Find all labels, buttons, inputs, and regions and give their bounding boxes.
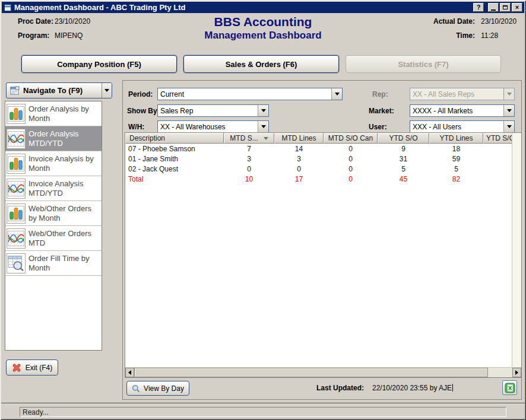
last-updated-value[interactable]: 22/10/2020 23:55 by AJE	[372, 384, 453, 392]
cell-total-value: 0	[324, 175, 378, 183]
chevron-down-icon	[507, 109, 512, 114]
dropdown-arrow-icon[interactable]	[258, 121, 268, 132]
column-header-mtd-lines[interactable]: MTD Lines	[274, 133, 324, 144]
column-header-mtd-so[interactable]: MTD S...	[224, 133, 274, 144]
market-value: XXXX - All Markets	[410, 107, 503, 115]
dropdown-arrow-icon[interactable]	[331, 88, 342, 100]
arrow-right-icon	[515, 370, 521, 375]
show-by-select[interactable]: Sales Rep	[157, 104, 269, 117]
column-header-ytd-so-2[interactable]: YTD S/O	[483, 133, 512, 144]
sidebar-item-label: Web/Other Orders MTD	[28, 229, 102, 247]
cell-description: 01 - Jane Smith	[125, 155, 224, 163]
search-grid-icon	[7, 253, 26, 273]
column-header-ytd-so[interactable]: YTD S/O	[378, 133, 429, 144]
sidebar-item-web-other-orders-mtd[interactable]: Web/Other Orders MTD	[5, 226, 102, 251]
period-label: Period:	[128, 90, 153, 98]
dropdown-arrow-icon[interactable]	[503, 121, 514, 132]
sidebar-item-invoice-analysis-mtd-ytd[interactable]: Invoice Analysis MTD/YTD	[5, 176, 102, 201]
minimize-button[interactable]	[488, 3, 499, 12]
app-window: Management Dashboard - ABC Trading Pty L…	[0, 0, 526, 420]
cell-value: 3	[224, 155, 274, 163]
vertical-scrollbar[interactable]	[512, 133, 521, 368]
user-label: User:	[369, 123, 387, 131]
line-chart-icon	[7, 129, 26, 149]
chevron-down-icon	[507, 125, 512, 131]
cell-value: 14	[274, 145, 324, 153]
red-x-icon	[12, 363, 21, 373]
sidebar-item-order-analysis-by-month[interactable]: Order Analysis by Month	[5, 101, 102, 126]
dropdown-arrow-icon[interactable]	[258, 105, 268, 116]
table-body: 07 - Phoebe Samson 7 14 0 9 18 3 01 - Ja…	[125, 144, 512, 368]
actual-date-value: 23/10/2020	[481, 17, 520, 26]
show-by-value: Sales Rep	[158, 107, 258, 115]
line-chart-icon	[7, 179, 26, 199]
tab-statistics: Statistics (F7)	[346, 55, 501, 73]
tab-bar: Company Position (F5) Sales & Orders (F6…	[21, 55, 501, 73]
actual-date-label: Actual Date:	[433, 17, 475, 26]
navigate-dropdown-arrow[interactable]	[102, 83, 112, 98]
cell-value: 0	[324, 145, 378, 153]
rep-label: Rep:	[372, 90, 388, 98]
sidebar-item-order-fill-time-by-month[interactable]: Order Fill Time by Month	[5, 251, 102, 276]
column-header-description[interactable]: Description	[125, 133, 224, 144]
cell-total-value: 26	[483, 175, 512, 183]
sidebar-item-label: Invoice Analysis MTD/YTD	[28, 179, 102, 198]
tab-company-position[interactable]: Company Position (F5)	[21, 55, 177, 73]
table-row[interactable]: 01 - Jane Smith 3 3 0 31 59 20	[125, 154, 512, 164]
horizontal-scrollbar[interactable]	[125, 367, 521, 377]
bar-chart-icon	[7, 154, 26, 174]
close-button[interactable]: ×	[512, 3, 522, 12]
exit-button-label: Exit (F4)	[26, 364, 52, 372]
dropdown-arrow-icon[interactable]	[503, 105, 514, 116]
market-select[interactable]: XXXX - All Markets	[410, 104, 515, 117]
scroll-left-button[interactable]	[125, 368, 134, 377]
cell-value: 0	[224, 165, 274, 173]
table-row[interactable]: 02 - Jack Quest 0 0 0 5 5 3	[125, 164, 512, 174]
cell-value: 7	[224, 145, 274, 153]
dropdown-arrow-icon	[503, 88, 514, 100]
cell-value: 59	[429, 155, 483, 163]
maximize-icon	[503, 5, 508, 9]
app-icon	[4, 4, 12, 12]
window-titlebar[interactable]: Management Dashboard - ABC Trading Pty L…	[2, 2, 524, 13]
help-button[interactable]: ?	[473, 3, 484, 12]
exit-button[interactable]: Exit (F4)	[6, 359, 58, 376]
tab-sales-orders[interactable]: Sales & Orders (F6)	[183, 55, 339, 73]
scrollbar-thumb[interactable]	[134, 368, 488, 377]
cell-description: 07 - Phoebe Samson	[125, 145, 224, 153]
market-label: Market:	[369, 107, 394, 115]
user-select[interactable]: XXX - All Users	[410, 120, 515, 133]
sidebar-item-invoice-analysis-by-month[interactable]: Invoice Analysis by Month	[5, 151, 102, 176]
cell-value: 18	[429, 145, 483, 153]
excel-icon	[505, 383, 515, 393]
rep-select: XX - All Sales Reps	[410, 88, 515, 100]
column-header-ytd-lines[interactable]: YTD Lines	[429, 133, 483, 144]
maximize-button[interactable]	[500, 3, 511, 12]
bar-chart-icon	[7, 104, 26, 124]
sidebar-item-label: Web/Other Orders by Month	[28, 204, 102, 222]
minimize-icon	[491, 9, 496, 11]
rep-value: XX - All Sales Reps	[410, 90, 503, 98]
status-bar: Ready...	[20, 407, 506, 417]
cell-value: 0	[274, 165, 324, 173]
sidebar-item-label: Order Analysis MTD/YTD	[28, 129, 102, 148]
export-excel-button[interactable]	[502, 380, 517, 395]
sidebar-item-order-analysis-mtd-ytd[interactable]: Order Analysis MTD/YTD	[5, 126, 102, 151]
time-value: 11:28	[481, 31, 520, 40]
sort-desc-icon	[264, 137, 268, 142]
scroll-right-button[interactable]	[512, 368, 521, 377]
text-cursor	[452, 384, 453, 392]
last-updated-label: Last Updated:	[316, 384, 364, 392]
navigate-to-button[interactable]: Navigate To (F9)	[6, 82, 112, 98]
main-panel: Period: Current Rep: XX - All Sales Reps…	[122, 80, 522, 400]
chevron-down-icon	[507, 93, 512, 98]
period-select[interactable]: Current	[157, 88, 343, 100]
warehouse-select[interactable]: XX - All Warehouses	[157, 120, 269, 133]
view-by-day-button[interactable]: View By Day	[126, 381, 189, 396]
cell-value: 3	[274, 155, 324, 163]
cell-value: 0	[324, 165, 378, 173]
sidebar-item-web-other-orders-by-month[interactable]: Web/Other Orders by Month	[5, 201, 102, 226]
show-by-label: Show By:	[127, 107, 160, 115]
column-header-mtd-so-can[interactable]: MTD S/O Can	[324, 133, 378, 144]
table-row[interactable]: 07 - Phoebe Samson 7 14 0 9 18 3	[125, 144, 512, 154]
